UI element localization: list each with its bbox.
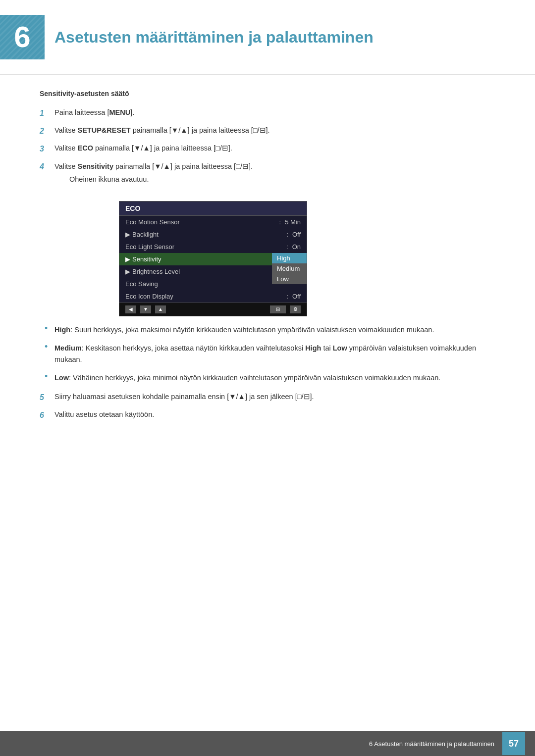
step-text-3: Valitse ECO painamalla [▼/▲] ja paina la… (54, 143, 495, 154)
step-text-4: Valitse Sensitivity painamalla [▼/▲] ja … (54, 162, 253, 170)
step-2: 2 Valitse SETUP&RESET painamalla [▼/▲] j… (40, 125, 495, 137)
eco-item-icon-display: Eco Icon Display : Off (119, 290, 307, 302)
bullet-text-high: High: Suuri herkkyys, joka maksimoi näyt… (54, 324, 434, 336)
motion-sensor-label: Eco Motion Sensor (125, 218, 275, 226)
bullet-text-low: Low: Vähäinen herkkyys, joka minimoi näy… (54, 372, 440, 384)
nav-down-btn: ▼ (140, 305, 151, 313)
step-num-6: 6 (40, 409, 54, 421)
dropdown-medium: Medium (272, 263, 307, 274)
low-label: Low (54, 374, 69, 382)
step-text-6: Valittu asetus otetaan käyttöön. (54, 409, 495, 420)
footer-page-number: 57 (502, 732, 525, 755)
section-heading: Sensitivity-asetusten säätö (40, 90, 495, 98)
eco-keyword: ECO (77, 144, 93, 152)
eco-menu-nav: ◀ ▼ ▲ ⊟ ⚙ (119, 302, 307, 316)
setup-reset-keyword: SETUP&RESET (77, 126, 130, 134)
step-text-2: Valitse SETUP&RESET painamalla [▼/▲] ja … (54, 125, 495, 136)
eco-menu-title: ECO (119, 202, 307, 216)
brightness-arrow: ▶ (125, 268, 130, 275)
high-ref: High (305, 344, 321, 352)
eco-menu-screenshot: ECO Eco Motion Sensor : 5 Min ▶ Backligh… (119, 201, 307, 316)
nav-up-btn: ▲ (155, 305, 166, 313)
bullet-list: • High: Suuri herkkyys, joka maksimoi nä… (40, 324, 495, 384)
step-text-1: Paina laitteessa [MENU]. (54, 107, 495, 118)
sub-note-4: Oheinen ikkuna avautuu. (69, 174, 253, 185)
low-ref: Low (333, 344, 347, 352)
eco-item-light-sensor: Eco Light Sensor : On (119, 241, 307, 253)
dropdown-high: High (272, 253, 307, 263)
sensitivity-arrow: ▶ (125, 255, 130, 263)
step-num-3: 3 (40, 143, 54, 155)
bullet-high: • High: Suuri herkkyys, joka maksimoi nä… (40, 324, 495, 336)
backlight-arrow: ▶ (125, 231, 130, 238)
motion-sensor-value: 5 Min (285, 218, 301, 226)
step-5: 5 Siirry haluamasi asetuksen kohdalle pa… (40, 392, 495, 403)
backlight-value: Off (292, 231, 301, 238)
step-num-4: 4 (40, 161, 54, 173)
step-6: 6 Valittu asetus otetaan käyttöön. (40, 409, 495, 421)
high-label: High (54, 326, 70, 334)
sensitivity-keyword: Sensitivity (77, 162, 113, 170)
chapter-number-box: 6 (0, 15, 45, 59)
sensitivity-dropdown: High Medium Low (272, 253, 307, 284)
backlight-label: Backlight (132, 231, 282, 238)
nav-enter-btn: ⊟ (270, 305, 286, 313)
eco-item-motion-sensor: Eco Motion Sensor : 5 Min (119, 216, 307, 228)
sensitivity-label: Sensitivity (132, 255, 291, 263)
chapter-title: Asetusten määrittäminen ja palauttaminen (54, 28, 374, 47)
page-footer: 6 Asetusten määrittäminen ja palauttamin… (0, 731, 535, 756)
eco-item-sensitivity: ▶ Sensitivity : High Medium Low (119, 253, 307, 265)
step-num-1: 1 (40, 107, 54, 119)
steps-list-later: 5 Siirry haluamasi asetuksen kohdalle pa… (40, 392, 495, 421)
light-sensor-label: Eco Light Sensor (125, 243, 282, 251)
step-num-5: 5 (40, 392, 54, 403)
bullet-dot-1: • (45, 323, 54, 334)
step-num-2: 2 (40, 125, 54, 137)
step-text-5: Siirry haluamasi asetuksen kohdalle pain… (54, 392, 495, 403)
icon-display-value: Off (292, 293, 301, 300)
step-3: 3 Valitse ECO painamalla [▼/▲] ja paina … (40, 143, 495, 155)
medium-label: Medium (54, 344, 82, 352)
dropdown-low: Low (272, 274, 307, 284)
nav-icons-right: ⊟ ⚙ (270, 305, 301, 313)
bullet-dot-2: • (45, 342, 54, 352)
bullet-low: • Low: Vähäinen herkkyys, joka minimoi n… (40, 372, 495, 384)
steps-list: 1 Paina laitteessa [MENU]. 2 Valitse SET… (40, 107, 495, 191)
chapter-number: 6 (14, 22, 30, 52)
main-content: Sensitivity-asetusten säätö 1 Paina lait… (0, 90, 535, 461)
nav-icons-left: ◀ ▼ ▲ (125, 305, 166, 313)
step-4: 4 Valitse Sensitivity painamalla [▼/▲] j… (40, 161, 495, 191)
menu-key: MENU (109, 108, 130, 116)
icon-display-label: Eco Icon Display (125, 293, 282, 300)
nav-left-btn: ◀ (125, 305, 136, 313)
light-sensor-value: On (292, 243, 301, 251)
bullet-text-medium: Medium: Keskitason herkkyys, joka asetta… (54, 343, 495, 365)
nav-settings-btn: ⚙ (290, 305, 301, 313)
eco-item-backlight: ▶ Backlight : Off (119, 228, 307, 241)
bullet-medium: • Medium: Keskitason herkkyys, joka aset… (40, 343, 495, 365)
step-1: 1 Paina laitteessa [MENU]. (40, 107, 495, 119)
bullet-dot-3: • (45, 371, 54, 382)
footer-text: 6 Asetusten määrittäminen ja palauttamin… (369, 740, 494, 748)
page-header: 6 Asetusten määrittäminen ja palauttamin… (0, 0, 535, 75)
eco-menu: ECO Eco Motion Sensor : 5 Min ▶ Backligh… (119, 201, 307, 316)
